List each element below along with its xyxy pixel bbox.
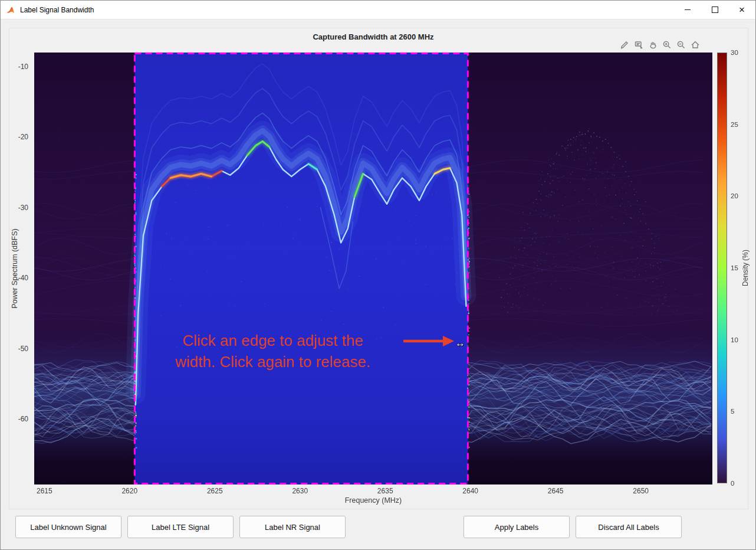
x-axis-label: Frequency (MHz)	[34, 496, 712, 505]
toolbar-brush-button[interactable]	[619, 39, 630, 51]
zoom-in-icon	[662, 40, 672, 50]
app-window: Label Signal Bandwidth × Captured Bandwi…	[0, 0, 756, 550]
home-icon	[691, 40, 700, 50]
colorbar	[717, 53, 727, 483]
discard-all-labels-button[interactable]: Discard All Labels	[576, 516, 682, 538]
annotation-text: Click an edge to adjust the width. Click…	[117, 330, 429, 372]
colorbar-tick-label: 0	[731, 480, 734, 487]
maximize-icon	[712, 6, 718, 13]
matlab-icon	[6, 5, 15, 15]
y-tick-label: -50	[18, 345, 28, 353]
window-controls: ×	[674, 1, 755, 19]
zoom-out-icon	[676, 40, 686, 50]
plot-region: Click an edge to adjust the width. Click…	[34, 53, 712, 484]
x-tick-label: 2615	[37, 487, 52, 495]
x-tick-label: 2635	[377, 487, 393, 495]
colorbar-tick-label: 5	[731, 408, 734, 415]
x-tick-label: 2640	[462, 487, 478, 495]
toolbar-zoom-out-button[interactable]	[675, 39, 687, 51]
figure-area: Captured Bandwidth at 2600 MHz	[1, 19, 755, 549]
toolbar-pan-button[interactable]	[647, 39, 659, 51]
plot-overlay	[34, 53, 712, 484]
label-nr-signal-button[interactable]: Label NR Signal	[239, 516, 346, 538]
brush-icon	[620, 40, 629, 50]
annotation-line-1: Click an edge to adjust the	[117, 330, 429, 351]
y-tick-label: -10	[18, 63, 28, 71]
x-tick-label: 2630	[292, 487, 308, 495]
y-tick-label: -30	[18, 204, 28, 212]
toolbar-datatip-button[interactable]	[633, 39, 645, 51]
close-icon: ×	[739, 5, 745, 15]
x-tick-label: 2625	[207, 487, 223, 495]
datatip-icon	[634, 40, 643, 50]
plot-title: Captured Bandwidth at 2600 MHz	[34, 32, 712, 41]
pan-icon	[648, 40, 658, 50]
colorbar-tick-label: 20	[731, 192, 738, 199]
toolbar-zoom-in-button[interactable]	[661, 39, 673, 51]
window-title: Label Signal Bandwidth	[20, 6, 94, 14]
y-tick-label: -20	[18, 133, 28, 141]
colorbar-label: Density (%)	[741, 250, 750, 286]
titlebar[interactable]: Label Signal Bandwidth ×	[1, 1, 755, 19]
y-tick-label: -60	[18, 415, 28, 423]
label-unknown-signal-button[interactable]: Label Unknown Signal	[15, 516, 121, 538]
resize-cursor-icon: ↔	[455, 338, 465, 349]
minimize-icon	[685, 9, 691, 10]
maximize-button[interactable]	[701, 1, 728, 19]
annotation-line-2: width. Click again to release.	[117, 351, 429, 372]
minimize-button[interactable]	[674, 1, 701, 19]
bandwidth-roi[interactable]	[134, 54, 468, 484]
toolbar-home-button[interactable]	[689, 39, 701, 51]
colorbar-tick-label: 10	[731, 336, 738, 343]
colorbar-tick-label: 15	[731, 264, 738, 271]
x-tick-label: 2620	[121, 487, 137, 495]
annotation-arrow-head	[443, 336, 454, 346]
x-tick-label: 2645	[548, 487, 564, 495]
x-tick-label: 2650	[633, 487, 649, 495]
axes-toolbar	[619, 39, 701, 51]
apply-labels-button[interactable]: Apply Labels	[464, 516, 570, 538]
x-tick-labels: 26152620262526302635264026452650	[34, 487, 712, 496]
y-tick-labels: -10-20-30-40-50-60	[1, 53, 31, 484]
label-lte-signal-button[interactable]: Label LTE Signal	[127, 516, 234, 538]
y-tick-label: -40	[18, 274, 28, 282]
colorbar-tick-label: 25	[731, 121, 738, 128]
colorbar-tick-label: 30	[731, 49, 738, 56]
close-button[interactable]: ×	[728, 1, 755, 19]
